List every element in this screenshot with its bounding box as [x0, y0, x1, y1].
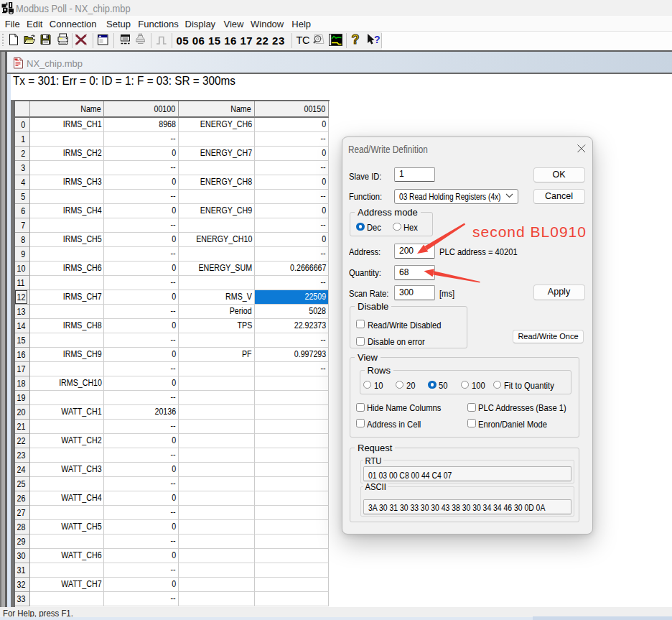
svg-text:?: ?	[374, 34, 381, 45]
